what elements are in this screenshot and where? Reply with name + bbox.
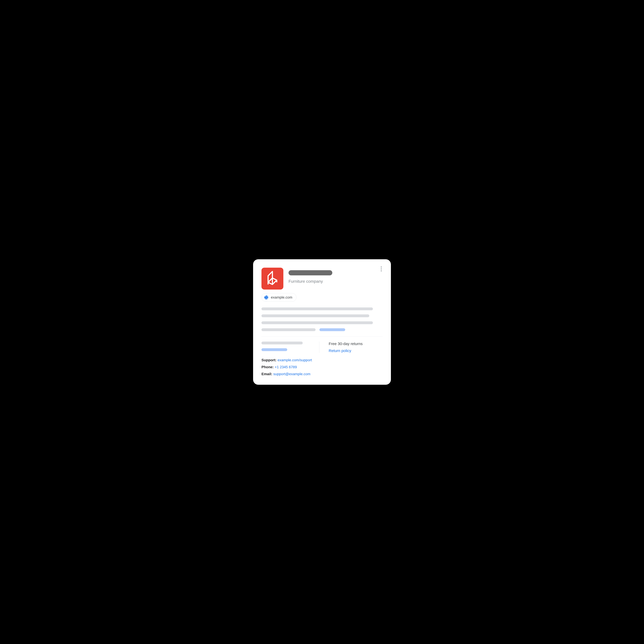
link-placeholder xyxy=(319,328,345,331)
more-options-button[interactable] xyxy=(379,266,384,272)
text-placeholder-line xyxy=(261,307,373,310)
support-row: Support: example.com/support xyxy=(261,358,383,362)
vertical-separator xyxy=(319,342,319,353)
description-placeholder xyxy=(261,307,383,331)
link-placeholder xyxy=(261,348,287,351)
email-label: Email: xyxy=(261,372,272,376)
support-link[interactable]: example.com/support xyxy=(277,358,312,362)
info-columns: Free 30-day returns Return policy xyxy=(261,342,383,353)
phone-link[interactable]: +1 2345 6789 xyxy=(275,365,297,369)
company-category: Furniture company xyxy=(289,279,332,284)
knowledge-panel-card: Furniture company example.com Free 30-da… xyxy=(253,259,391,385)
text-placeholder-line xyxy=(261,321,373,324)
website-chip[interactable]: example.com xyxy=(261,293,296,302)
text-placeholder-line xyxy=(261,314,369,317)
more-vertical-icon xyxy=(381,266,382,271)
company-name-placeholder xyxy=(289,270,332,275)
return-policy-link[interactable]: Return policy xyxy=(329,349,383,353)
website-chip-label: example.com xyxy=(271,295,292,299)
returns-text: Free 30-day returns xyxy=(329,342,383,346)
company-logo xyxy=(261,268,283,290)
chair-icon xyxy=(266,271,279,286)
contact-block: Support: example.com/support Phone: +1 2… xyxy=(261,358,383,376)
left-column-placeholder xyxy=(261,342,319,353)
phone-row: Phone: +1 2345 6789 xyxy=(261,365,383,369)
phone-label: Phone: xyxy=(261,365,274,369)
returns-column: Free 30-day returns Return policy xyxy=(322,342,383,353)
text-placeholder-line xyxy=(261,328,316,331)
email-link[interactable]: support@example.com xyxy=(273,372,310,376)
text-placeholder-line xyxy=(261,342,303,344)
globe-icon xyxy=(264,295,269,300)
title-block: Furniture company xyxy=(289,268,332,284)
svg-point-0 xyxy=(264,295,268,299)
support-label: Support: xyxy=(261,358,277,362)
email-row: Email: support@example.com xyxy=(261,372,383,376)
header: Furniture company xyxy=(261,268,383,290)
